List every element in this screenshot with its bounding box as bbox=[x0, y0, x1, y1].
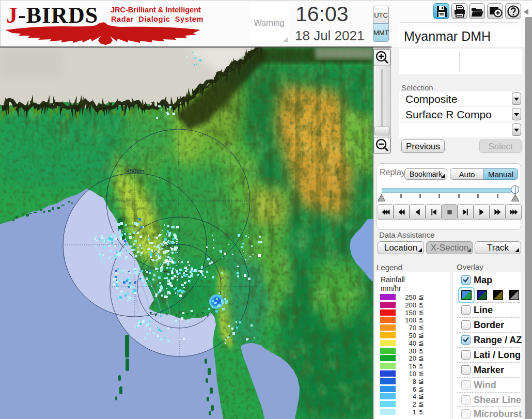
svg-text:450km: 450km bbox=[127, 168, 145, 174]
